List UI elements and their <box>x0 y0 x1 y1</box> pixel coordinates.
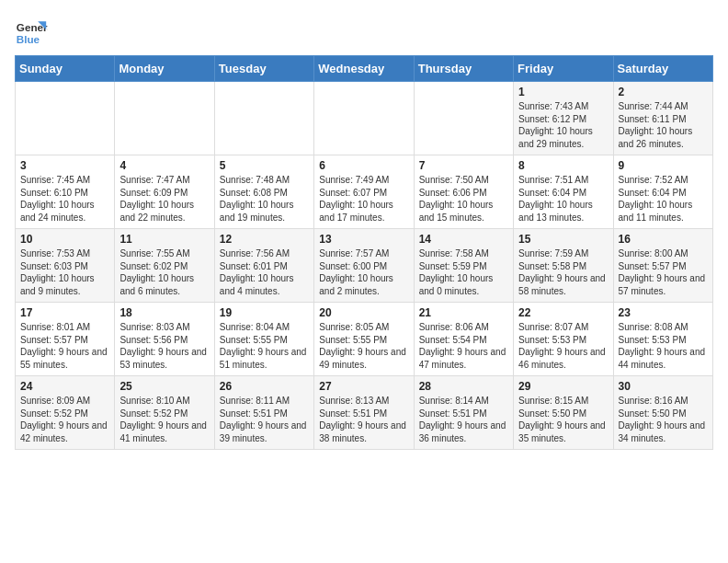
day-number: 9 <box>619 159 708 172</box>
day-info: Sunrise: 8:01 AM Sunset: 5:57 PM Dayligh… <box>20 321 109 371</box>
day-number: 4 <box>119 159 209 172</box>
day-number: 21 <box>419 306 508 319</box>
calendar-cell: 26Sunrise: 8:11 AM Sunset: 5:51 PM Dayli… <box>214 376 313 450</box>
weekday-header-row: SundayMondayTuesdayWednesdayThursdayFrid… <box>16 56 713 82</box>
day-info: Sunrise: 8:10 AM Sunset: 5:52 PM Dayligh… <box>119 395 209 444</box>
day-info: Sunrise: 7:50 AM Sunset: 6:06 PM Dayligh… <box>419 174 508 224</box>
calendar-cell: 1Sunrise: 7:43 AM Sunset: 6:12 PM Daylig… <box>514 82 613 155</box>
calendar-cell: 16Sunrise: 8:00 AM Sunset: 5:57 PM Dayli… <box>613 229 712 303</box>
calendar-cell: 14Sunrise: 7:58 AM Sunset: 5:59 PM Dayli… <box>414 229 513 303</box>
day-info: Sunrise: 7:55 AM Sunset: 6:02 PM Dayligh… <box>119 247 209 297</box>
weekday-header-monday: Monday <box>115 56 214 82</box>
day-number: 10 <box>20 233 109 246</box>
weekday-header-saturday: Saturday <box>613 56 712 82</box>
day-number: 19 <box>220 306 309 319</box>
calendar-cell: 29Sunrise: 8:15 AM Sunset: 5:50 PM Dayli… <box>514 376 613 450</box>
calendar-cell <box>214 82 313 155</box>
calendar-cell: 11Sunrise: 7:55 AM Sunset: 6:02 PM Dayli… <box>115 229 214 303</box>
calendar-cell: 3Sunrise: 7:45 AM Sunset: 6:10 PM Daylig… <box>16 155 115 229</box>
calendar-week-2: 3Sunrise: 7:45 AM Sunset: 6:10 PM Daylig… <box>16 155 713 229</box>
day-number: 11 <box>119 233 209 246</box>
day-info: Sunrise: 8:16 AM Sunset: 5:50 PM Dayligh… <box>619 395 708 444</box>
day-info: Sunrise: 8:03 AM Sunset: 5:56 PM Dayligh… <box>119 321 209 371</box>
day-info: Sunrise: 8:08 AM Sunset: 5:53 PM Dayligh… <box>619 321 708 371</box>
day-number: 29 <box>518 380 608 393</box>
calendar-cell: 12Sunrise: 7:56 AM Sunset: 6:01 PM Dayli… <box>214 229 313 303</box>
calendar-cell: 25Sunrise: 8:10 AM Sunset: 5:52 PM Dayli… <box>115 376 214 450</box>
day-info: Sunrise: 7:43 AM Sunset: 6:12 PM Dayligh… <box>518 100 608 150</box>
day-info: Sunrise: 8:04 AM Sunset: 5:55 PM Dayligh… <box>220 321 309 371</box>
calendar-week-4: 17Sunrise: 8:01 AM Sunset: 5:57 PM Dayli… <box>16 303 713 376</box>
weekday-header-wednesday: Wednesday <box>314 56 414 82</box>
day-info: Sunrise: 7:48 AM Sunset: 6:08 PM Dayligh… <box>220 174 309 224</box>
calendar-cell: 10Sunrise: 7:53 AM Sunset: 6:03 PM Dayli… <box>16 229 115 303</box>
day-info: Sunrise: 7:52 AM Sunset: 6:04 PM Dayligh… <box>619 174 708 224</box>
day-number: 27 <box>319 380 408 393</box>
calendar-cell: 4Sunrise: 7:47 AM Sunset: 6:09 PM Daylig… <box>115 155 214 229</box>
day-info: Sunrise: 7:49 AM Sunset: 6:07 PM Dayligh… <box>319 174 408 224</box>
calendar-cell: 2Sunrise: 7:44 AM Sunset: 6:11 PM Daylig… <box>613 82 712 155</box>
calendar-header: SundayMondayTuesdayWednesdayThursdayFrid… <box>16 56 713 82</box>
calendar-cell: 27Sunrise: 8:13 AM Sunset: 5:51 PM Dayli… <box>314 376 414 450</box>
calendar-week-3: 10Sunrise: 7:53 AM Sunset: 6:03 PM Dayli… <box>16 229 713 303</box>
day-number: 22 <box>518 306 608 319</box>
calendar-cell: 30Sunrise: 8:16 AM Sunset: 5:50 PM Dayli… <box>613 376 712 450</box>
calendar-cell: 20Sunrise: 8:05 AM Sunset: 5:55 PM Dayli… <box>314 303 414 376</box>
day-info: Sunrise: 8:07 AM Sunset: 5:53 PM Dayligh… <box>518 321 608 371</box>
day-number: 26 <box>220 380 309 393</box>
day-number: 18 <box>119 306 209 319</box>
day-number: 7 <box>419 159 508 172</box>
calendar-cell <box>314 82 414 155</box>
calendar-cell: 17Sunrise: 8:01 AM Sunset: 5:57 PM Dayli… <box>16 303 115 376</box>
day-info: Sunrise: 8:13 AM Sunset: 5:51 PM Dayligh… <box>319 395 408 444</box>
day-info: Sunrise: 7:45 AM Sunset: 6:10 PM Dayligh… <box>20 174 109 224</box>
day-number: 3 <box>20 159 109 172</box>
day-number: 16 <box>619 233 708 246</box>
day-number: 1 <box>518 86 608 98</box>
day-info: Sunrise: 7:56 AM Sunset: 6:01 PM Dayligh… <box>220 247 309 297</box>
day-info: Sunrise: 7:58 AM Sunset: 5:59 PM Dayligh… <box>419 247 508 297</box>
calendar-table: SundayMondayTuesdayWednesdayThursdayFrid… <box>15 55 713 450</box>
calendar-cell: 18Sunrise: 8:03 AM Sunset: 5:56 PM Dayli… <box>115 303 214 376</box>
day-info: Sunrise: 7:53 AM Sunset: 6:03 PM Dayligh… <box>20 247 109 297</box>
day-info: Sunrise: 8:00 AM Sunset: 5:57 PM Dayligh… <box>619 247 708 297</box>
day-info: Sunrise: 8:11 AM Sunset: 5:51 PM Dayligh… <box>220 395 309 444</box>
calendar-body: 1Sunrise: 7:43 AM Sunset: 6:12 PM Daylig… <box>16 82 713 450</box>
day-number: 14 <box>419 233 508 246</box>
calendar-cell: 24Sunrise: 8:09 AM Sunset: 5:52 PM Dayli… <box>16 376 115 450</box>
calendar-cell: 15Sunrise: 7:59 AM Sunset: 5:58 PM Dayli… <box>514 229 613 303</box>
day-info: Sunrise: 8:15 AM Sunset: 5:50 PM Dayligh… <box>518 395 608 444</box>
calendar-cell: 9Sunrise: 7:52 AM Sunset: 6:04 PM Daylig… <box>613 155 712 229</box>
day-info: Sunrise: 8:09 AM Sunset: 5:52 PM Dayligh… <box>20 395 109 444</box>
calendar-cell: 8Sunrise: 7:51 AM Sunset: 6:04 PM Daylig… <box>514 155 613 229</box>
weekday-header-sunday: Sunday <box>16 56 115 82</box>
logo-icon: General Blue <box>15 15 48 48</box>
day-number: 25 <box>119 380 209 393</box>
day-number: 8 <box>518 159 608 172</box>
weekday-header-tuesday: Tuesday <box>214 56 313 82</box>
day-number: 28 <box>419 380 508 393</box>
day-number: 23 <box>619 306 708 319</box>
calendar-week-5: 24Sunrise: 8:09 AM Sunset: 5:52 PM Dayli… <box>16 376 713 450</box>
day-info: Sunrise: 7:57 AM Sunset: 6:00 PM Dayligh… <box>319 247 408 297</box>
day-info: Sunrise: 7:51 AM Sunset: 6:04 PM Dayligh… <box>518 174 608 224</box>
day-number: 17 <box>20 306 109 319</box>
calendar-week-1: 1Sunrise: 7:43 AM Sunset: 6:12 PM Daylig… <box>16 82 713 155</box>
calendar-cell: 13Sunrise: 7:57 AM Sunset: 6:00 PM Dayli… <box>314 229 414 303</box>
day-number: 6 <box>319 159 408 172</box>
page-header: General Blue <box>15 15 713 48</box>
day-number: 13 <box>319 233 408 246</box>
day-number: 24 <box>20 380 109 393</box>
weekday-header-thursday: Thursday <box>414 56 513 82</box>
calendar-cell: 19Sunrise: 8:04 AM Sunset: 5:55 PM Dayli… <box>214 303 313 376</box>
calendar-cell <box>414 82 513 155</box>
weekday-header-friday: Friday <box>514 56 613 82</box>
svg-text:Blue: Blue <box>17 33 40 45</box>
calendar-cell <box>16 82 115 155</box>
calendar-cell: 22Sunrise: 8:07 AM Sunset: 5:53 PM Dayli… <box>514 303 613 376</box>
day-number: 5 <box>220 159 309 172</box>
day-number: 15 <box>518 233 608 246</box>
calendar-cell: 23Sunrise: 8:08 AM Sunset: 5:53 PM Dayli… <box>613 303 712 376</box>
day-number: 30 <box>619 380 708 393</box>
calendar-cell: 5Sunrise: 7:48 AM Sunset: 6:08 PM Daylig… <box>214 155 313 229</box>
